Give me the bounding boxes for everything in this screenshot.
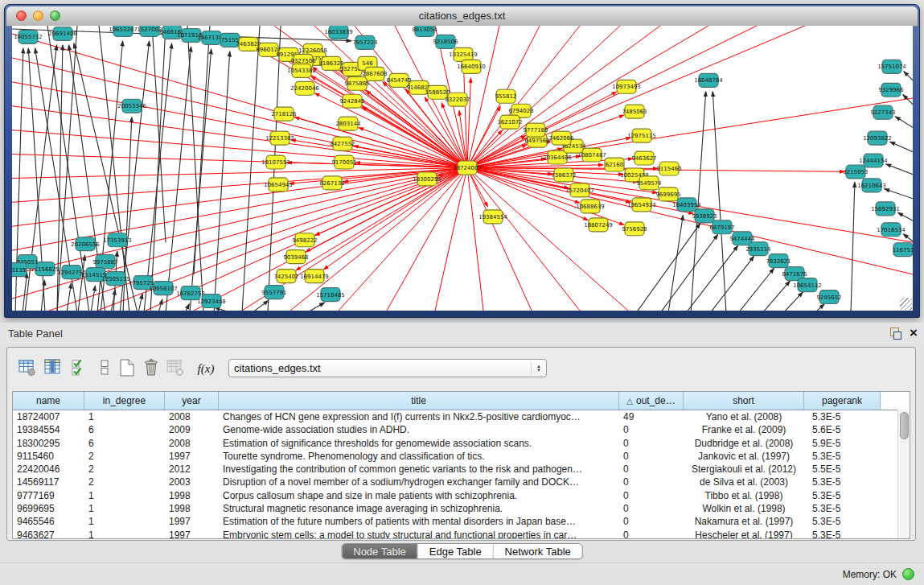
cell-title[interactable]: Disruption of a novel member of a sodium… xyxy=(219,476,619,488)
table-row[interactable]: 1938455462009Genome-wide association stu… xyxy=(13,423,910,436)
cell-short[interactable]: Nakamura et al. (1997) xyxy=(684,515,804,528)
graph-node-citing[interactable]: 10688639 xyxy=(576,200,605,213)
cell-pagerank[interactable]: 5.3E-5 xyxy=(804,476,881,488)
cell-pagerank[interactable]: 5.3E-5 xyxy=(804,502,881,515)
cell-short[interactable]: Jankovic et al. (1997) xyxy=(684,450,804,463)
cell-pagerank[interactable]: 5.3E-5 xyxy=(804,515,881,528)
cell-out_degree[interactable]: 0 xyxy=(619,476,684,488)
graph-node-citing[interactable]: 9756928 xyxy=(622,222,647,236)
table-selector[interactable]: citations_edges.txt ▲▼ xyxy=(228,359,547,377)
cell-name[interactable]: 19384554 xyxy=(13,423,84,436)
graph-node-cited[interactable]: 16210643 xyxy=(857,179,886,192)
graph-node-citing[interactable]: 12213383 xyxy=(265,131,294,145)
graph-node-citing[interactable]: 2718126 xyxy=(271,107,296,121)
cell-year[interactable]: 1997 xyxy=(165,515,219,528)
cell-out_degree[interactable]: 49 xyxy=(619,410,684,423)
table-row[interactable]: 911546021997Tourette syndrome. Phenomeno… xyxy=(13,450,910,463)
cell-pagerank[interactable]: 5.3E-5 xyxy=(804,450,881,463)
graph-node-cited[interactable]: 9975887 xyxy=(92,255,117,269)
graph-node-cited[interactable]: 9557791 xyxy=(261,286,286,299)
cell-name[interactable]: 9465546 xyxy=(13,515,84,528)
graph-node-cited[interactable]: 9245652 xyxy=(816,290,841,304)
graph-node-citing[interactable]: 15720407 xyxy=(565,183,594,197)
graph-node-cited[interactable]: 5938923 xyxy=(692,209,717,223)
cell-pagerank[interactable]: 5.3E-5 xyxy=(804,410,881,423)
graph-node-cited[interactable]: 9218506 xyxy=(433,35,458,48)
graph-node-citing[interactable]: 7425402 xyxy=(273,270,298,283)
cell-out_degree[interactable]: 0 xyxy=(619,529,684,539)
graph-node-cited[interactable]: 15718485 xyxy=(316,288,345,302)
tab-network-table[interactable]: Network Table xyxy=(493,544,582,558)
cell-short[interactable]: Stergiakouli et al. (2012) xyxy=(684,463,804,476)
graph-node-cited[interactable]: 9227343 xyxy=(870,105,895,119)
delete-table-icon[interactable] xyxy=(165,358,186,379)
graph-node-cited[interactable]: 7832621 xyxy=(766,254,791,268)
delete-icon[interactable] xyxy=(141,358,162,379)
cell-name[interactable]: 9777169 xyxy=(13,489,84,502)
cell-title[interactable]: Tourette syndrome. Phenomenology and cla… xyxy=(219,450,619,463)
cell-year[interactable]: 1998 xyxy=(165,502,219,515)
column-header-name[interactable]: name xyxy=(13,392,84,410)
float-panel-icon[interactable] xyxy=(889,327,901,340)
graph-node-cited[interactable]: 8215953 xyxy=(843,165,868,179)
citation-graph[interactable]: 1405571220691406106532871527002646616110… xyxy=(12,26,913,311)
cell-year[interactable]: 1997 xyxy=(165,450,219,463)
cell-year[interactable]: 2008 xyxy=(165,410,219,423)
scrollbar-thumb[interactable] xyxy=(900,412,909,439)
cell-short[interactable]: Dudbridge et al. (2008) xyxy=(684,437,804,450)
cell-name[interactable]: 18724007 xyxy=(13,410,84,423)
table-row[interactable]: 2242004622012Investigating the contribut… xyxy=(13,463,910,476)
graph-node-cited[interactable]: 6879197 xyxy=(709,220,734,234)
graph-node-cited[interactable]: 15692931 xyxy=(871,202,900,216)
graph-node-cited[interactable]: 116753 xyxy=(893,243,913,257)
cell-title[interactable]: Structural magnetic resonance image aver… xyxy=(219,502,619,515)
cell-name[interactable]: 9699695 xyxy=(13,502,84,515)
table-row[interactable]: 1830029562008Estimation of significance … xyxy=(13,437,910,450)
graph-node-citing[interactable]: 9699695 xyxy=(655,187,680,201)
table-row[interactable]: 977716911998Corpus callosum shape and si… xyxy=(13,489,910,502)
cell-title[interactable]: Embryonic stem cells: a model to study s… xyxy=(219,529,619,539)
graph-node-citing[interactable]: 9549574 xyxy=(636,176,662,190)
cell-name[interactable]: 9463627 xyxy=(13,529,84,539)
graph-node-citing[interactable]: 8322037 xyxy=(445,93,470,106)
table-row[interactable]: 946362711997Embryonic stem cells: a mode… xyxy=(13,529,910,539)
graph-node-cited[interactable]: 1527002 xyxy=(137,26,162,36)
graph-node-cited[interactable]: 16648784 xyxy=(694,73,723,87)
graph-node-citing[interactable]: 9039468 xyxy=(283,250,308,264)
cell-title[interactable]: Estimation of significance thresholds fo… xyxy=(219,437,619,450)
graph-node-citing[interactable]: 10654945 xyxy=(264,178,293,192)
cell-year[interactable]: 2012 xyxy=(165,463,219,476)
cell-pagerank[interactable]: 5.3E-5 xyxy=(804,529,881,539)
graph-node-citing[interactable]: 7485063 xyxy=(622,105,647,118)
cell-out_degree[interactable]: 0 xyxy=(619,502,684,515)
function-builder-icon[interactable]: f(x) xyxy=(192,358,220,379)
graph-node-cited[interactable]: 12093822 xyxy=(863,131,892,145)
cell-name[interactable]: 14569117 xyxy=(13,476,84,488)
cell-out_degree[interactable]: 0 xyxy=(619,515,684,528)
show-columns-icon[interactable] xyxy=(43,358,64,379)
cell-year[interactable]: 1997 xyxy=(165,529,219,539)
cell-out_degree[interactable]: 0 xyxy=(619,463,684,476)
graph-node-citing[interactable]: 22420046 xyxy=(290,81,319,95)
column-header-year[interactable]: year xyxy=(165,392,219,410)
graph-node-cited[interactable]: 20691406 xyxy=(48,27,77,40)
cell-in_degree[interactable]: 2 xyxy=(84,450,165,463)
graph-node-citing[interactable]: 18807249 xyxy=(584,218,613,232)
graph-node-citing[interactable]: 8427552 xyxy=(330,137,355,150)
graph-node-cited[interactable]: 10653287 xyxy=(109,26,138,36)
table-row[interactable]: 1456911722003Disruption of a novel membe… xyxy=(13,476,910,488)
cell-title[interactable]: Corpus callosum shape and size in male p… xyxy=(219,489,619,502)
graph-node-cited[interactable]: 7857224 xyxy=(352,35,378,49)
cell-short[interactable]: de Silva et al. (2003) xyxy=(684,476,804,488)
graph-node-cited[interactable]: 15751074 xyxy=(877,60,906,73)
column-header-in_degree[interactable]: in_degree xyxy=(84,392,165,410)
graph-node-citing[interactable]: 2803144 xyxy=(335,117,361,130)
graph-node-citing[interactable]: 8267130 xyxy=(319,176,344,190)
graph-node-cited[interactable]: 2935114 xyxy=(745,242,771,256)
graph-node-citing[interactable]: 9115460 xyxy=(656,162,681,175)
graph-node-citing[interactable]: 10973493 xyxy=(612,80,641,93)
cell-in_degree[interactable]: 1 xyxy=(84,529,165,539)
cell-pagerank[interactable]: 5.9E-5 xyxy=(804,437,881,450)
cell-year[interactable]: 2003 xyxy=(165,476,219,488)
select-all-icon[interactable] xyxy=(70,358,91,379)
